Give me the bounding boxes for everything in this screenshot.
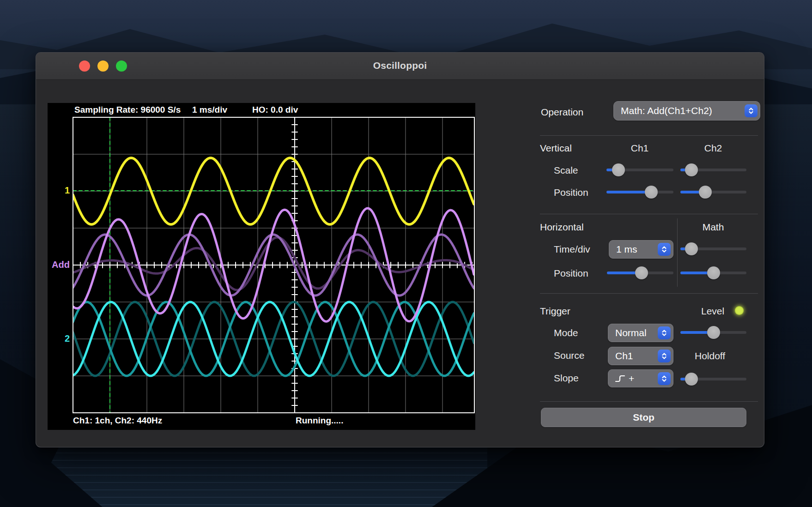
operation-dropdown[interactable]: Math: Add(Ch1+Ch2) [613,101,760,121]
trigger-source-label: Source [554,350,585,361]
desktop-wallpaper: Oscilloppoi Sampling Rate: 96000 S/s 1 m… [0,0,812,507]
holdoff-readout: HO: 0.0 div [252,105,298,115]
section-divider [540,214,758,214]
column-divider [677,218,678,287]
window-titlebar[interactable]: Oscilloppoi [36,53,764,80]
horizontal-position-slider[interactable] [607,266,673,280]
slider-knob[interactable] [707,266,720,279]
trigger-slope-label: Slope [554,373,579,384]
horizontal-position-label: Position [554,268,588,279]
ch1-column-header: Ch1 [621,143,658,154]
slider-knob[interactable] [685,242,698,255]
operation-label: Operation [541,107,583,118]
stepper-icon [658,326,671,339]
stepper-icon [745,104,757,117]
sampling-rate-readout: Sampling Rate: 96000 S/s [74,105,181,115]
trigger-slope-dropdown[interactable]: + [608,369,673,387]
math-position-slider[interactable] [680,266,746,280]
ch2-column-header: Ch2 [695,143,732,154]
stop-button[interactable]: Stop [541,408,746,427]
stepper-icon [658,243,671,256]
trigger-mode-dropdown[interactable]: Normal [608,324,673,342]
trigger-source-dropdown[interactable]: Ch1 [608,347,673,365]
timediv-dropdown[interactable]: 1 ms [609,240,673,259]
vertical-position-label: Position [554,187,588,198]
stepper-icon [658,350,671,362]
rising-edge-icon [615,374,626,383]
horizontal-section-label: Horizontal [540,222,584,233]
math-column-header: Math [695,222,732,233]
ch1-trace-label: 1 [51,185,70,196]
operation-value: Math: Add(Ch1+Ch2) [614,105,760,116]
slider-knob[interactable] [635,266,648,279]
ch1-scale-slider[interactable] [606,163,673,177]
trigger-level-slider[interactable] [680,326,746,339]
section-divider [540,293,758,294]
scope-plot [48,103,475,430]
ch1-position-slider[interactable] [606,185,673,199]
trigger-holdoff-label: Holdoff [695,350,725,362]
window-title: Oscilloppoi [36,60,764,71]
stepper-icon [658,372,671,385]
run-status: Running..... [296,416,343,426]
channel-info-readout: Ch1: 1ch, Ch2: 440Hz [73,416,162,426]
section-divider [540,401,758,402]
slider-knob[interactable] [707,326,720,339]
ch2-trace-label: 2 [51,333,70,344]
section-divider [540,135,758,136]
trigger-slope-value: + [629,373,634,384]
timebase-readout: 1 ms/div [192,105,227,115]
vertical-section-label: Vertical [540,143,572,154]
timediv-label: Time/div [554,244,590,255]
app-window: Oscilloppoi Sampling Rate: 96000 S/s 1 m… [36,52,764,447]
scale-label: Scale [554,165,578,176]
slider-knob[interactable] [645,186,658,199]
slider-knob[interactable] [685,163,698,176]
ch2-scale-slider[interactable] [680,163,746,177]
slider-knob[interactable] [685,373,698,386]
trigger-level-led [735,306,744,315]
slider-knob[interactable] [612,163,625,176]
ch2-position-slider[interactable] [680,185,746,199]
oscilloscope-display: Sampling Rate: 96000 S/s 1 ms/div HO: 0.… [48,103,475,430]
slider-knob[interactable] [699,186,712,199]
trigger-level-label: Level [701,306,724,317]
trigger-section-label: Trigger [540,306,570,317]
trigger-mode-label: Mode [554,327,578,338]
math-scale-slider[interactable] [680,242,746,256]
math-add-trace-label: Add [51,260,70,270]
trigger-holdoff-slider[interactable] [680,372,746,386]
